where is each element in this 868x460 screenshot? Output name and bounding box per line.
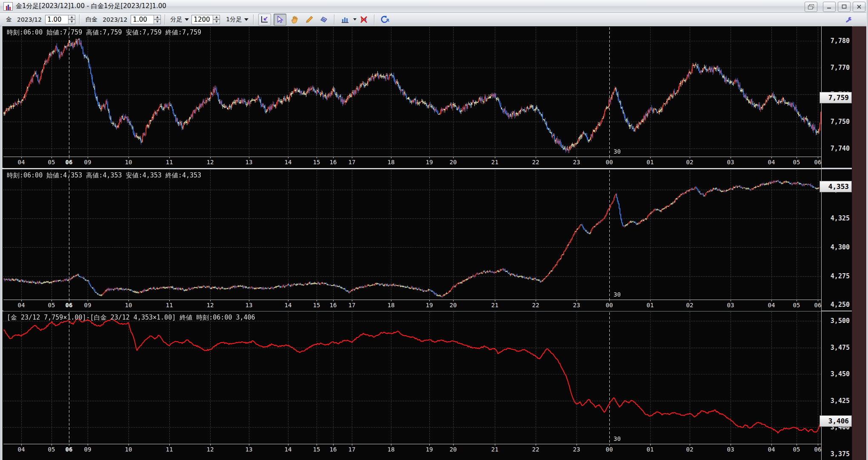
time-tick-mark [731, 444, 731, 446]
price-axis-label: 3,425 [831, 397, 850, 405]
time-tick-mark [51, 300, 52, 301]
time-axis-label: 01 [647, 446, 654, 453]
time-axis-label: 00 [606, 159, 613, 166]
spin-up-icon[interactable]: ▲ [213, 15, 220, 20]
time-axis-label: 04 [768, 159, 775, 166]
time-axis-label: 02 [686, 446, 694, 453]
time-tick-mark [818, 157, 818, 158]
time-axis-label: 15 [313, 159, 320, 166]
hand-pan-icon [291, 15, 299, 24]
gold-time-axis[interactable]: 0405060910111213141516171819202122230001… [3, 157, 821, 168]
gold-multiplier-spinner[interactable]: 1.00 ▲▼ [45, 15, 75, 24]
bar-type-dropdown[interactable]: 分足 [170, 16, 189, 23]
price-axis-label: 7,780 [831, 37, 850, 45]
gold-candlestick-panel: 時刻:06:00 始値:7,759 高値:7,759 安値:7,759 終値:7… [3, 26, 852, 168]
time-axis-label: 17 [348, 302, 356, 309]
spin-down-icon[interactable]: ▼ [68, 20, 75, 24]
spin-up-icon[interactable]: ▲ [68, 15, 75, 20]
pencil-draw-tool-button[interactable] [303, 14, 315, 25]
time-axis-label: 18 [388, 446, 395, 453]
spin-down-icon[interactable]: ▼ [154, 20, 161, 24]
close-button[interactable] [853, 2, 865, 12]
time-tick-mark [88, 444, 88, 446]
time-tick-mark [288, 300, 288, 301]
time-axis-label: 18 [388, 302, 395, 309]
time-axis-label: 14 [285, 302, 292, 309]
platinum-current-price: 4,353 [819, 181, 852, 192]
time-axis-label: 21 [491, 446, 499, 453]
spread-time-axis[interactable]: 0405060910111213141516171819202122230001… [3, 444, 821, 460]
time-tick-mark [453, 444, 454, 446]
reload-cr-button[interactable]: R [379, 14, 391, 25]
hand-pan-tool-button[interactable] [289, 14, 301, 25]
time-axis-label: 13 [246, 302, 253, 309]
time-axis-label: 19 [426, 446, 433, 453]
eraser-tool-button[interactable] [318, 14, 330, 25]
time-axis-label: 20 [450, 302, 457, 309]
time-axis-label: 19 [426, 302, 433, 309]
bar-count-spinner[interactable]: 1200 ▲▼ [191, 15, 220, 24]
maximize-button[interactable] [838, 2, 851, 12]
time-tick-mark [333, 157, 334, 158]
cursor-arrow-icon [276, 16, 284, 23]
time-axis-label: 18 [388, 159, 395, 166]
time-tick-mark [352, 300, 352, 301]
bar-count-value[interactable]: 1200 [191, 15, 213, 24]
settings-wrench-button[interactable] [843, 14, 855, 26]
time-tick-mark [88, 157, 88, 158]
cursor-tool-button[interactable] [274, 14, 286, 26]
platinum-candlestick-panel: 時刻:06:00 始値:4,353 高値:4,353 安値:4,353 終値:4… [3, 169, 852, 311]
time-axis-label: 09 [84, 159, 91, 166]
time-tick-mark [453, 300, 454, 301]
platinum-chart-canvas[interactable] [3, 170, 821, 300]
price-axis-label: 7,770 [831, 64, 850, 71]
close-icon [857, 4, 862, 9]
platinum-time-axis[interactable]: 0405060910111213141516171819202122230001… [3, 300, 821, 311]
window-right-border [866, 0, 868, 460]
spin-down-icon[interactable]: ▼ [213, 20, 220, 24]
time-axis-label: 06 [814, 159, 822, 166]
delete-chart-button[interactable] [358, 14, 370, 25]
chevron-down-icon [244, 18, 248, 21]
spread-formula-info: [金 23/12 7,759×1.00]-[白金 23/12 4,353×1.0… [7, 314, 255, 322]
maximize-icon [842, 4, 847, 9]
time-tick-mark [577, 300, 577, 301]
time-axis-label: 20 [450, 159, 457, 166]
toolbar-separator [253, 14, 254, 25]
gold-chart-canvas[interactable] [3, 27, 821, 157]
chart-type-button[interactable] [339, 14, 351, 25]
time-axis-label: 05 [48, 446, 55, 453]
time-tick-mark [88, 300, 88, 301]
duplicate-window-button[interactable] [805, 2, 817, 12]
spread-price-axis[interactable]: 3,5003,4753,4503,4253,4003,375 [821, 311, 852, 460]
time-axis-label: 16 [330, 159, 337, 166]
gold-date-label: 30 [614, 148, 621, 155]
time-axis-label: 11 [166, 159, 173, 166]
time-axis-label: 10 [125, 302, 132, 309]
time-tick-mark [210, 157, 211, 158]
time-tick-mark [288, 157, 288, 158]
time-axis-label: 23 [573, 302, 580, 309]
time-tick-mark [536, 444, 536, 446]
time-tick-mark [609, 157, 610, 158]
time-tick-mark [333, 444, 334, 446]
eraser-icon [320, 15, 328, 24]
gold-symbol-label: 金 [6, 16, 12, 23]
minimize-button[interactable] [823, 2, 836, 12]
time-axis-label: 22 [532, 159, 540, 166]
platinum-multiplier-value[interactable]: 1.00 [131, 15, 154, 24]
title-bar[interactable]: 金1分足[2023/12]1.00 - 白金1分足[2023/12]1.00 [0, 0, 868, 13]
platinum-multiplier-spinner[interactable]: 1.00 ▲▼ [131, 15, 161, 24]
gold-multiplier-value[interactable]: 1.00 [45, 15, 68, 24]
axis-pointer-tool-button[interactable] [258, 14, 271, 26]
time-tick-mark [797, 444, 797, 446]
chart-type-chevron-icon[interactable] [353, 18, 357, 20]
price-axis-label: 4,300 [831, 243, 850, 251]
platinum-ohlc-info: 時刻:06:00 始値:4,353 高値:4,353 安値:4,353 終値:4… [7, 171, 201, 180]
interval-dropdown[interactable]: 1分足 [226, 16, 248, 23]
time-tick-mark [771, 444, 772, 446]
time-tick-mark [577, 157, 577, 158]
spin-up-icon[interactable]: ▲ [154, 15, 161, 20]
gold-current-price: 7,759 [819, 92, 852, 103]
spread-chart-canvas[interactable] [3, 312, 821, 444]
